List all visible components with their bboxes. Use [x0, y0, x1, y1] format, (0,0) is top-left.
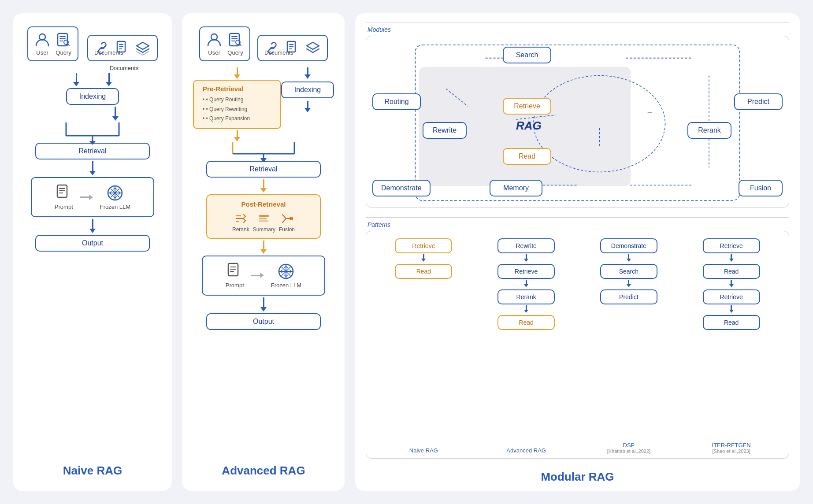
- pre-item-2: • Query Rewriting: [203, 105, 271, 115]
- pat-dsp-demonstrate: Demonstrate: [600, 238, 657, 253]
- pre-retrieval-title: Pre-Retrieval: [203, 85, 271, 93]
- svg-rect-26: [230, 33, 239, 46]
- frozen-llm-icon: Frozen LLM: [100, 184, 130, 210]
- post-retrieval-box: Post-Retrieval Rerank: [206, 194, 321, 239]
- pat-iter-retrieve1: Retrieve: [703, 238, 760, 253]
- adv-frozen-llm-label: Frozen LLM: [271, 282, 301, 289]
- patterns-area: Retrieve Read Naive RAG Rewrite: [366, 231, 789, 459]
- modules-label: Modules: [366, 22, 789, 33]
- svg-marker-33: [260, 158, 267, 162]
- adv-layers-icon: [305, 40, 321, 56]
- adv-query-icon: Query: [227, 32, 243, 56]
- svg-line-43: [286, 267, 290, 271]
- svg-marker-8: [89, 141, 96, 145]
- pat-iter-read2: Read: [703, 315, 760, 330]
- rerank-node: Rerank: [687, 122, 731, 139]
- post-retrieval-title: Post-Retrieval: [212, 200, 316, 208]
- arrow2: [106, 73, 112, 86]
- modules-area: Search Routing Predict Retrieve Rewrite: [366, 36, 789, 208]
- advanced-rag-title: Advanced RAG: [222, 457, 305, 478]
- main-container: User Query: [13, 13, 800, 491]
- retrieval-node: Retrieval: [35, 143, 150, 159]
- indexing-node: Indexing: [66, 88, 119, 105]
- modular-rag-title: Modular RAG: [541, 463, 614, 484]
- query-label: Query: [56, 49, 71, 56]
- pre-retrieval-box: Pre-Retrieval • Query Routing • Query Re…: [193, 80, 281, 129]
- pat-naive-label: Naive RAG: [409, 447, 438, 454]
- modular-rag-panel: Modules: [355, 13, 800, 491]
- svg-line-44: [282, 271, 286, 276]
- pat-adv-read: Read: [497, 315, 555, 330]
- pat-adv-rerank: Rerank: [497, 289, 555, 304]
- predict-node: Predict: [734, 93, 783, 110]
- pat-dsp-label: DSP: [623, 442, 635, 448]
- pat-iter-read1: Read: [703, 264, 760, 279]
- documents-label: Documents: [94, 49, 123, 56]
- adv-arrow-right: [251, 273, 264, 278]
- pattern-advanced: Rewrite Retrieve Rerank: [478, 238, 575, 454]
- adv-user-label: User: [208, 49, 220, 56]
- rag-label: RAG: [516, 119, 542, 133]
- pattern-dsp: Demonstrate Search Predict DSP: [580, 238, 678, 454]
- output-node: Output: [35, 235, 150, 252]
- pat-naive-retrieve: Retrieve: [395, 238, 452, 253]
- arrow1: [73, 73, 79, 86]
- advanced-rag-panel: User Query: [182, 13, 345, 491]
- svg-line-13: [111, 189, 115, 193]
- patterns-grid: Retrieve Read Naive RAG Rewrite: [375, 238, 780, 454]
- post-rerank: Rerank: [232, 212, 249, 233]
- arrow-right: [80, 195, 93, 200]
- user-icon-group: User: [34, 32, 50, 56]
- svg-rect-34: [259, 215, 269, 217]
- svg-line-45: [286, 271, 290, 276]
- svg-line-16: [115, 193, 119, 197]
- svg-line-15: [111, 193, 115, 197]
- naive-rag-flow: User Query: [24, 26, 161, 457]
- pattern-iterretgen: Retrieve Read Retrieve: [683, 238, 780, 454]
- pat-adv-rewrite: Rewrite: [497, 238, 555, 253]
- routing-node: Routing: [372, 93, 421, 110]
- svg-line-14: [115, 189, 119, 193]
- pat-dsp-predict: Predict: [600, 289, 657, 304]
- pat-iter-retrieve2: Retrieve: [703, 289, 760, 304]
- pat-naive-read: Read: [395, 264, 452, 279]
- patterns-label: Patterns: [366, 217, 789, 228]
- post-fusion: Fusion: [279, 212, 295, 233]
- pattern-naive: Retrieve Read Naive RAG: [375, 238, 472, 454]
- naive-rag-panel: User Query: [13, 13, 172, 491]
- pat-adv-retrieve: Retrieve: [497, 264, 555, 279]
- pat-dsp-sub: [Khattab et al.,2022]: [607, 448, 650, 454]
- demonstrate-node: Demonstrate: [372, 180, 431, 196]
- rewrite-node: Rewrite: [423, 122, 467, 139]
- layers-icon: [135, 40, 151, 56]
- memory-node: Memory: [490, 180, 542, 196]
- pat-iter-label: ITER-RETGEN: [712, 442, 751, 448]
- post-summary: Summary: [253, 212, 275, 233]
- prompt-icon: Prompt: [55, 184, 73, 210]
- adv-output-node: Output: [206, 313, 321, 330]
- adv-retrieval-node: Retrieval: [206, 161, 321, 178]
- adv-prompt-icon: Prompt: [226, 263, 244, 289]
- adv-user-icon: User: [206, 32, 222, 56]
- documents-label2: Documents: [110, 65, 139, 71]
- pre-item-1: • Query Routing: [203, 95, 271, 105]
- adv-prompt-label: Prompt: [226, 282, 244, 289]
- prompt-label: Prompt: [55, 204, 73, 210]
- svg-rect-1: [58, 33, 67, 46]
- adv-indexing-node: Indexing: [281, 82, 334, 98]
- retrieve-node: Retrieve: [503, 98, 551, 115]
- pat-adv-label: Advanced RAG: [506, 447, 546, 454]
- svg-line-42: [282, 267, 286, 271]
- read-node: Read: [503, 148, 551, 165]
- advanced-rag-flow: User Query: [193, 26, 334, 457]
- prompt-llm-row: Prompt: [31, 177, 154, 217]
- pat-iter-sub: [Shao et al.,2023]: [713, 448, 750, 454]
- query-icon-group: Query: [56, 32, 71, 56]
- arrow4: [89, 161, 96, 175]
- pat-dsp-search: Search: [600, 264, 657, 279]
- arrow3: [112, 107, 119, 121]
- adv-query-label: Query: [227, 49, 243, 56]
- svg-rect-35: [259, 218, 267, 219]
- adv-documents-label: Documents: [264, 49, 293, 56]
- search-node: Search: [503, 47, 551, 63]
